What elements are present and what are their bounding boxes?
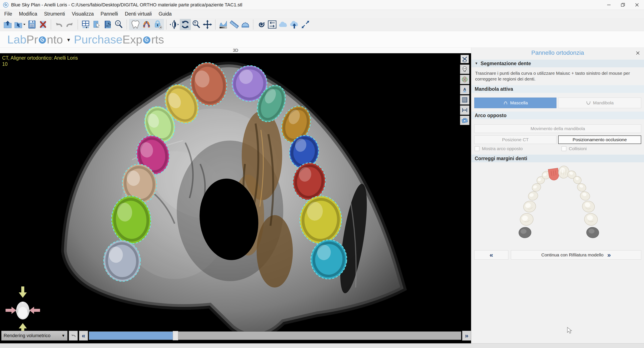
spiral-o-icon: [142, 36, 151, 44]
timeline-slider-fill: [89, 332, 173, 340]
purchase-exports-logo[interactable]: PurchaseExprts: [74, 33, 164, 46]
title-bar: Blue Sky Plan - Anelli Loris - C:/Users/…: [0, 0, 644, 10]
protractor-icon[interactable]: [240, 19, 251, 30]
slider-back-button[interactable]: «: [79, 331, 88, 340]
menu-visualizza[interactable]: Visualizza: [68, 10, 97, 18]
tooth-arch-diagram[interactable]: [503, 164, 614, 249]
distance-measure-icon[interactable]: [460, 106, 469, 115]
menu-denti-virtuali[interactable]: Denti virtuali: [122, 10, 155, 18]
viewport-bottom-bar: Rendering volumetrico ▼ « »: [0, 330, 471, 341]
toolbar-separator: [215, 20, 216, 30]
logo-pronto-text: Pr: [26, 33, 38, 46]
logo-dropdown-caret[interactable]: ▼: [66, 37, 71, 43]
open-project-icon[interactable]: [2, 19, 13, 30]
panel-title: Pannello ortodonzia: [471, 50, 644, 56]
dental-tools-group: [129, 19, 164, 30]
logo-bar: LabPrnto ▼ PurchaseExprts: [0, 31, 644, 48]
svg-text:A: A: [463, 87, 466, 92]
svg-text:D: D: [117, 21, 119, 25]
gimbal-icon[interactable]: [460, 75, 469, 84]
menu-bar: File Modifica Strumenti Visualizza Panne…: [0, 10, 644, 18]
viewport-overlay-label: CT, Aligner ortodontico: Anelli Loris 10: [2, 55, 78, 67]
angle-measure-icon[interactable]: [460, 54, 469, 64]
rotate-icon[interactable]: [180, 19, 191, 30]
show-opposite-arch-checkbox[interactable]: [475, 146, 480, 151]
tooth-icon[interactable]: [130, 19, 141, 30]
delete-icon[interactable]: [38, 19, 48, 30]
undo-icon[interactable]: [53, 19, 64, 30]
undo-view-button[interactable]: [69, 331, 78, 340]
menu-strumenti[interactable]: Strumenti: [41, 10, 68, 18]
occlusion-positioning-button[interactable]: Posizionamento occlusione: [558, 136, 641, 144]
snapshot-icon[interactable]: [460, 116, 469, 125]
segmentation-description: Trascinare i punti della curva o utilizz…: [471, 70, 644, 83]
opposite-arch-header: Arco opposto: [471, 112, 644, 119]
segmentation-section-header[interactable]: ▼ Segmentazione dente: [471, 60, 644, 67]
mouse-cursor: [566, 327, 573, 334]
ruler-icon[interactable]: [229, 19, 240, 30]
detail-zoom-icon[interactable]: D: [113, 19, 124, 30]
previous-step-button[interactable]: «: [474, 250, 508, 260]
toolbar-separator: [78, 20, 78, 30]
menu-pannelli[interactable]: Pannelli: [97, 10, 122, 18]
tooth-margins-header: Correggi margini denti: [471, 154, 644, 162]
spiral-o-icon: [38, 36, 47, 44]
menu-modifica[interactable]: Modifica: [16, 10, 41, 18]
collisions-label: Collisioni: [569, 146, 587, 151]
reset-rotation-icon[interactable]: [256, 19, 267, 30]
forward-chevron-icon: »: [607, 251, 611, 258]
panel-close-icon[interactable]: [635, 50, 641, 56]
continue-trim-model-button[interactable]: Continua con Rifilatura modello »: [511, 250, 641, 260]
show-opposite-arch-label: Mostra arco opposto: [482, 146, 522, 151]
mandible-button[interactable]: Mandibola: [558, 98, 641, 108]
toolbar-separator: [126, 20, 127, 30]
export-icon[interactable]: [13, 19, 26, 30]
redo-icon[interactable]: [64, 19, 76, 30]
viewport-3d[interactable]: CT, Aligner ortodontico: Anelli Loris 10…: [0, 53, 471, 343]
annotations-icon[interactable]: A: [460, 85, 469, 94]
panel-select-icon[interactable]: [91, 19, 102, 30]
maxilla-arch-icon: [503, 101, 508, 105]
cloud-icon[interactable]: [278, 19, 289, 30]
bottom-status-strip: [0, 343, 644, 348]
contrast-icon[interactable]: [169, 19, 180, 30]
restore-button[interactable]: [616, 0, 630, 10]
ct-position-button[interactable]: Posizione CT: [474, 136, 556, 144]
window-title: Blue Sky Plan - Anelli Loris - C:/Users/…: [11, 2, 242, 8]
mandible-movement-button[interactable]: Movimento della mandibola: [474, 124, 641, 133]
skull-orientation-icon[interactable]: [460, 64, 469, 74]
aligner-icon[interactable]: [141, 19, 152, 30]
labpronto-logo: LabPrnto: [7, 33, 63, 46]
main-toolbar: D: [0, 18, 644, 31]
maxilla-button[interactable]: Mascella: [474, 98, 556, 108]
orientation-widget[interactable]: [6, 286, 40, 334]
menu-file[interactable]: File: [1, 10, 16, 18]
rendering-mode-dropdown[interactable]: Rendering volumetrico ▼: [1, 331, 68, 340]
layout-grid-icon[interactable]: [80, 19, 91, 30]
menu-guida[interactable]: Guida: [155, 10, 175, 18]
zoom-icon[interactable]: [191, 19, 202, 30]
timeline-slider[interactable]: [89, 332, 461, 340]
view-tab-label: 3D: [0, 48, 471, 53]
active-jaw-header: Mandibola attiva: [471, 85, 644, 93]
save-icon[interactable]: [26, 19, 38, 30]
cloud-upload-icon[interactable]: [289, 19, 300, 30]
histogram-icon[interactable]: [218, 19, 229, 30]
minimize-button[interactable]: [602, 0, 616, 10]
lock-icon[interactable]: [152, 19, 163, 30]
mandible-arch-icon: [586, 101, 591, 105]
fullscreen-icon[interactable]: [300, 19, 311, 30]
pan-icon[interactable]: [202, 19, 213, 30]
viewport-side-toolbar: A: [460, 54, 469, 125]
app-icon: [3, 2, 8, 8]
maxilla-3d-model[interactable]: [0, 53, 471, 343]
selected-tooth[interactable]: [548, 168, 560, 181]
slider-forward-button[interactable]: »: [462, 331, 471, 340]
timeline-slider-handle[interactable]: [173, 331, 178, 340]
collisions-row: Collisioni: [562, 146, 587, 151]
collisions-checkbox[interactable]: [562, 146, 566, 151]
filters-icon[interactable]: [102, 19, 113, 30]
close-button[interactable]: [630, 0, 644, 10]
swap-views-icon[interactable]: [267, 19, 278, 30]
grid-icon[interactable]: [460, 95, 469, 104]
